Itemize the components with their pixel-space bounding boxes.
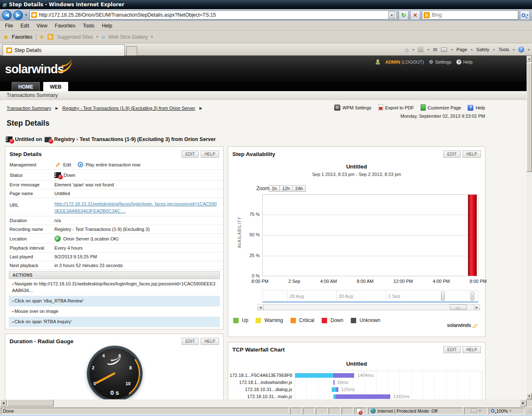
edit-button[interactable]: EDIT: [443, 151, 461, 158]
edit-button[interactable]: EDIT: [182, 338, 199, 345]
zoom-level[interactable]: 100%: [496, 409, 508, 414]
range-handle-left[interactable]: [441, 292, 445, 301]
scroll-up-arrow[interactable]: ▲: [527, 56, 532, 62]
help-button[interactable]: HELP: [463, 151, 481, 158]
username[interactable]: ADMIN: [385, 59, 400, 64]
edit-button[interactable]: EDIT: [443, 346, 461, 353]
safety-dropdown[interactable]: ▾: [493, 48, 495, 52]
page-help-button[interactable]: ?Help: [468, 105, 485, 111]
search-placeholder[interactable]: Bing: [432, 12, 442, 18]
address-url[interactable]: http://172.18.25.28/Orion/SEUM/Transacti…: [39, 12, 216, 18]
help-button[interactable]: HELP: [463, 346, 481, 353]
export-pdf-button[interactable]: Export to PDF: [378, 104, 414, 111]
mail-icon[interactable]: ✉: [433, 47, 437, 53]
add-favorite-icon[interactable]: ★: [39, 34, 44, 40]
chart-scrollbar[interactable]: ◀ ▶: [257, 304, 480, 310]
edit-step-link[interactable]: Edit: [63, 162, 71, 167]
scroll-left-arrow[interactable]: ◀: [0, 399, 7, 406]
home-dropdown[interactable]: ▾: [412, 48, 414, 52]
vertical-scrollbar[interactable]: ▲ ▼: [527, 56, 532, 399]
tab-step-details[interactable]: Step Details: [2, 45, 125, 56]
menu-favorites[interactable]: Favorites: [52, 22, 79, 30]
horizontal-scrollbar[interactable]: ◀ ▶: [0, 399, 527, 406]
suggested-sites-dropdown[interactable]: ▾: [96, 35, 98, 39]
menu-tools[interactable]: Tools: [79, 22, 98, 30]
status-bar: Done Internet | Protected Mode: Off ▾ 10…: [0, 406, 532, 415]
print-dropdown[interactable]: ▾: [451, 48, 453, 52]
zoom-12h-button[interactable]: 12h: [279, 185, 293, 192]
help-link[interactable]: ?Help: [456, 59, 473, 64]
ie-help-icon[interactable]: ?: [518, 47, 524, 52]
print-icon[interactable]: [441, 47, 447, 52]
menu-edit[interactable]: Edit: [17, 22, 32, 30]
step-url-link[interactable]: http://172.18.10.31/webdesktop/faces/log…: [54, 201, 217, 213]
feeds-dropdown[interactable]: ▾: [427, 48, 429, 52]
menu-help[interactable]: Help: [99, 22, 116, 30]
web-slice-dropdown[interactable]: ▾: [151, 35, 153, 39]
page-name-value: Untitled: [54, 191, 219, 196]
search-box[interactable]: b Bing: [422, 10, 518, 20]
breadcrumb-transaction-summary[interactable]: Transaction Summary: [7, 106, 51, 111]
forward-button[interactable]: ▶: [13, 10, 23, 20]
search-dropdown[interactable]: ▾: [527, 13, 528, 17]
menu-file[interactable]: File: [2, 22, 16, 30]
zoom-dropdown[interactable]: ▾: [510, 409, 511, 413]
customize-page-button[interactable]: Customize Page: [421, 104, 461, 111]
page-dropdown[interactable]: ▾: [471, 48, 473, 52]
menu-view[interactable]: View: [33, 22, 51, 30]
panel-header: TCP Waterfall Chart EDIT HELP: [228, 342, 485, 355]
interval-value: Every 4 hours: [54, 245, 219, 250]
compatibility-cell[interactable]: ▾: [464, 408, 488, 414]
new-tab-button[interactable]: [126, 46, 137, 56]
scroll-right-arrow[interactable]: ▶: [520, 399, 527, 406]
address-bar[interactable]: http://172.18.25.28/Orion/SEUM/Transacti…: [30, 10, 397, 20]
scroll-down-arrow[interactable]: ▼: [527, 393, 532, 399]
help-button[interactable]: HELP: [201, 151, 219, 158]
scroll-right-arrow[interactable]: ▶: [474, 305, 480, 310]
zoom-1h-button[interactable]: 1h: [269, 185, 280, 192]
search-button[interactable]: ▾: [520, 10, 530, 20]
stop-button[interactable]: ✕: [410, 10, 420, 20]
horizontal-scroll-thumb[interactable]: [7, 399, 54, 406]
page-menu[interactable]: Page: [456, 47, 467, 52]
address-dropdown[interactable]: ▼: [388, 11, 395, 19]
panel-title: Step Details: [10, 151, 180, 157]
solarwinds-swirl-icon: [57, 58, 74, 77]
waterfall-bar-segment: [336, 387, 338, 392]
suggested-sites-button[interactable]: Suggested Sites: [57, 34, 93, 40]
tab-home[interactable]: HOME: [12, 82, 40, 91]
vertical-scroll-thumb[interactable]: [527, 63, 532, 172]
refresh-button[interactable]: ↻: [399, 10, 409, 20]
logout-link[interactable]: (LOGOUT): [401, 59, 424, 64]
help-button[interactable]: HELP: [201, 338, 219, 345]
favorites-button[interactable]: Favorites: [12, 34, 32, 40]
range-handle-right[interactable]: [470, 292, 474, 301]
resize-grip-icon[interactable]: [526, 408, 532, 414]
row-next-playback: Next playback in 3 hours 52 minutes 23 s…: [5, 261, 223, 270]
range-selector[interactable]: 28 Aug 30 Aug 1 Sep: [262, 290, 478, 302]
home-icon[interactable]: ⌂: [405, 46, 409, 53]
settings-link[interactable]: ⚙Settings: [429, 59, 452, 65]
tab-web[interactable]: WEB: [43, 82, 68, 91]
web-slice-gallery-button[interactable]: Web Slice Gallery: [108, 34, 148, 40]
edit-button[interactable]: EDIT: [182, 151, 199, 158]
compatibility-dropdown[interactable]: ▾: [479, 409, 480, 413]
recent-pages-dropdown[interactable]: ▼: [25, 13, 28, 17]
ie-help-dropdown[interactable]: ▾: [528, 48, 530, 52]
row-error: Error message Element 'span' was not fou…: [5, 181, 223, 189]
tools-menu[interactable]: Tools: [498, 47, 509, 52]
y-tick: 50 %: [245, 232, 260, 237]
zoom-cell[interactable]: 100% ▾: [489, 408, 525, 414]
safety-menu[interactable]: Safety: [476, 47, 489, 52]
play-transaction-link[interactable]: Play entire transaction now: [86, 162, 140, 167]
wpm-settings-button[interactable]: ⚙WPM Settings: [334, 104, 372, 111]
scroll-left-arrow[interactable]: ◀: [258, 305, 264, 310]
breadcrumb-transaction[interactable]: Registry - Test Transactions (1-9) (Excl…: [62, 106, 195, 111]
panel-title: TCP Waterfall Chart: [232, 347, 441, 353]
zoom-24h-button[interactable]: 24h: [292, 185, 305, 192]
scroll-thumb[interactable]: [450, 305, 467, 310]
feeds-icon[interactable]: [418, 47, 424, 52]
back-button[interactable]: ◀: [2, 10, 12, 20]
tools-dropdown[interactable]: ▾: [513, 48, 515, 52]
chart-subtitle: Sep 1 2013, 8:23 pm - Sep 2 2013, 8:23 p…: [228, 172, 485, 177]
